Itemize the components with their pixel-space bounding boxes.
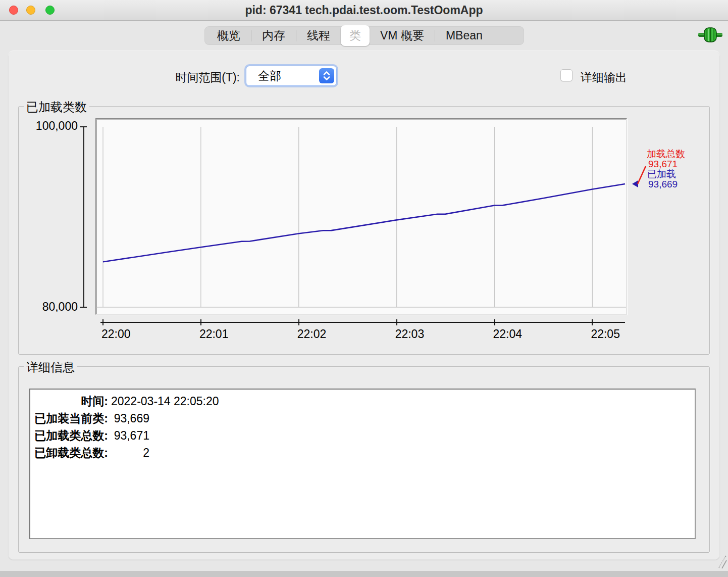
x-axis-label: 22:00 — [101, 327, 131, 341]
bottom-strip — [0, 571, 728, 577]
jconsole-window: pid: 67341 tech.pdai.test.oom.TestOomApp… — [0, 0, 728, 577]
x-axis-tick — [592, 319, 593, 325]
detail-label: 已卸载类总数: — [34, 444, 108, 461]
detail-row: 已加装当前类:93,669 — [34, 410, 691, 427]
y-axis-label-max: 100,000 — [19, 119, 78, 132]
detail-label: 已加载类总数: — [34, 427, 108, 444]
time-range-select[interactable]: 全部 — [246, 66, 337, 86]
time-range-selected-value: 全部 — [258, 66, 281, 85]
x-axis-tick — [298, 319, 299, 325]
x-axis-line — [100, 322, 625, 323]
detail-label: 已加装当前类: — [34, 410, 108, 427]
detail-row: 时间:2022-03-14 22:05:20 — [34, 393, 691, 410]
x-axis-label: 22:05 — [591, 327, 620, 341]
annotation-total-value: 93,671 — [648, 159, 678, 169]
detail-row: 已加载类总数:93,671 — [34, 427, 691, 444]
line-chart — [96, 119, 626, 314]
loaded-classes-group: 已加载类数 100,000 80,000 22:0022:0122:0222:0… — [18, 106, 710, 355]
details-group: 详细信息 时间:2022-03-14 22:05:20已加装当前类:93,669… — [18, 366, 710, 553]
resize-grip-icon[interactable] — [714, 553, 727, 569]
tab-VM 概要[interactable]: VM 概要 — [370, 26, 435, 45]
y-axis-label-min: 80,000 — [19, 300, 78, 313]
x-axis-tick — [102, 319, 103, 325]
x-axis-tick — [200, 319, 201, 325]
details-text-area[interactable]: 时间:2022-03-14 22:05:20已加装当前类:93,669已加载类总… — [29, 389, 696, 539]
x-axis-label: 22:04 — [493, 327, 523, 341]
tab-线程[interactable]: 线程 — [296, 26, 341, 45]
verbose-output-label: 详细输出 — [581, 70, 627, 85]
x-axis-tick — [396, 319, 397, 325]
chart-title: 已加载类数 — [24, 99, 89, 115]
detail-value: 2 — [111, 444, 149, 461]
detail-value: 2022-03-14 22:05:20 — [111, 395, 219, 408]
detail-label: 时间: — [34, 393, 108, 410]
tab-类[interactable]: 类 — [341, 25, 370, 46]
detail-row: 已卸载类总数:2 — [34, 444, 691, 461]
verbose-output-checkbox[interactable] — [560, 69, 573, 81]
x-axis-label: 22:02 — [297, 327, 327, 341]
plug-connected-icon — [698, 27, 722, 42]
y-axis-tick — [80, 307, 87, 308]
details-title: 详细信息 — [24, 359, 77, 375]
y-axis-tick — [80, 126, 87, 127]
time-range-label: 时间范围(T): — [161, 70, 240, 85]
y-axis-line — [83, 127, 84, 307]
tab-内存[interactable]: 内存 — [251, 26, 296, 45]
annotation-total-label: 加载总数 — [647, 149, 685, 159]
tab-概览[interactable]: 概览 — [206, 26, 251, 45]
detail-value: 93,671 — [111, 427, 149, 444]
window-title: pid: 67341 tech.pdai.test.oom.TestOomApp — [0, 0, 728, 20]
annotation-loaded-value: 93,669 — [648, 179, 678, 189]
title-bar: pid: 67341 tech.pdai.test.oom.TestOomApp — [0, 0, 728, 21]
x-axis-tick — [494, 319, 495, 325]
annotation-loaded-label: 已加载 — [647, 169, 676, 179]
up-down-chevrons-icon — [319, 68, 334, 83]
tab-MBean[interactable]: MBean — [435, 26, 493, 45]
tab-bar: 概览内存线程类VM 概要MBean — [204, 26, 524, 45]
detail-value: 93,669 — [111, 410, 149, 427]
x-axis-label: 22:01 — [199, 327, 229, 341]
chart-plot-area — [95, 118, 627, 315]
x-axis-label: 22:03 — [395, 327, 425, 341]
